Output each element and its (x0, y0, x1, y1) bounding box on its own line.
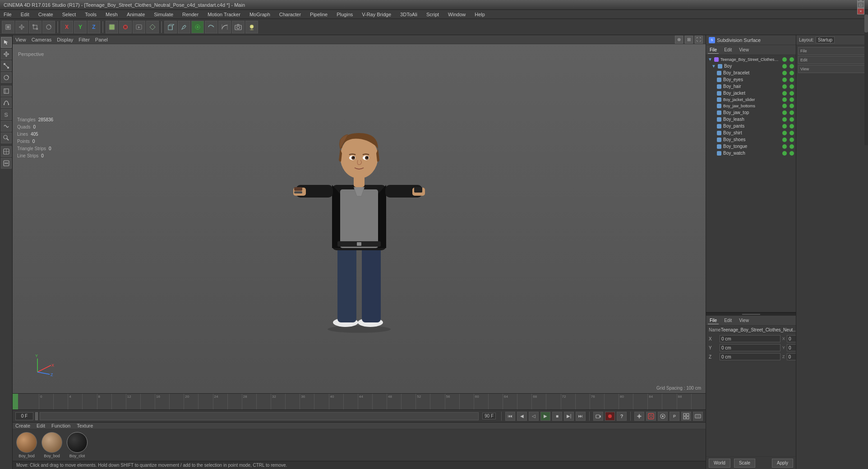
obj-tongue[interactable]: Boy_tongue (706, 143, 796, 150)
attr-z-pos[interactable] (720, 353, 780, 360)
left-smooth-btn[interactable] (1, 121, 12, 132)
om-edit-tab[interactable]: Edit (722, 46, 734, 53)
scale-button[interactable]: Scale (734, 459, 755, 468)
ctrl-p-btn[interactable]: P (669, 412, 679, 421)
prev-frame-btn[interactable]: ◀ (517, 412, 527, 421)
layout-tool-3[interactable]: View (798, 65, 866, 73)
frame-slider-handle[interactable] (35, 412, 38, 420)
menu-create[interactable]: Create (37, 11, 55, 18)
menu-3dtoali[interactable]: 3DToAli (398, 11, 419, 18)
obj-watch[interactable]: Boy_watch (706, 150, 796, 156)
menu-select[interactable]: Select (60, 11, 78, 18)
left-scale-btn[interactable] (1, 60, 12, 71)
cube-btn[interactable] (164, 21, 177, 33)
menu-vray[interactable]: V-Ray Bridge (360, 11, 393, 18)
timeline-btn[interactable] (693, 412, 703, 421)
mode-model-btn[interactable] (2, 21, 14, 33)
menu-simulate[interactable]: Simulate (152, 11, 175, 18)
go-start-btn[interactable]: ⏮ (505, 412, 515, 421)
light-btn[interactable] (245, 21, 258, 33)
om-file-tab[interactable]: File (708, 46, 719, 54)
obj-boy[interactable]: ▼ Boy (706, 63, 796, 69)
menu-window[interactable]: Window (446, 11, 467, 18)
obj-jacket[interactable]: Boy_jacket (706, 90, 796, 97)
attr-y-size[interactable] (787, 344, 796, 351)
obj-jacket-slider[interactable]: Boy_jacket_slider (706, 97, 796, 103)
mat-texture[interactable]: Texture (77, 423, 93, 428)
left-obj-btn[interactable] (1, 86, 12, 97)
frame-slider-track[interactable] (40, 412, 479, 420)
mat-function[interactable]: Function (51, 423, 70, 428)
rec-active-btn[interactable] (605, 412, 615, 421)
play-btn[interactable]: ▶ (540, 412, 550, 421)
rec-help-btn[interactable]: ? (617, 412, 627, 421)
obj-leash[interactable]: Boy_leash (706, 116, 796, 123)
obj-pants[interactable]: Boy_pants (706, 123, 796, 129)
pen-btn[interactable] (178, 21, 190, 33)
menu-pipeline[interactable]: Pipeline (308, 11, 329, 18)
material-boy-bod-2[interactable]: Boy_bod (42, 432, 62, 458)
object-tool-btn[interactable] (106, 21, 118, 33)
menu-mograph[interactable]: MoGraph (248, 11, 272, 18)
world-button[interactable]: World (709, 459, 730, 468)
obj-shirt[interactable]: Boy_shirt (706, 129, 796, 136)
vp-nav-btn[interactable]: ⊕ (675, 36, 683, 44)
menu-plugins[interactable]: Plugins (335, 11, 355, 18)
vp-fullscreen-btn[interactable]: ⛶ (695, 36, 703, 44)
obj-shoes[interactable]: Boy_shoes (706, 136, 796, 143)
scrollbar-thumb[interactable] (864, 14, 868, 32)
stage-btn[interactable] (658, 412, 668, 421)
spline-btn[interactable] (218, 21, 231, 33)
layout-tool-1[interactable]: File (798, 47, 866, 55)
attr-file-tab[interactable]: File (708, 317, 719, 324)
layout-value[interactable]: Startup (816, 37, 835, 43)
attr-y-pos[interactable] (720, 344, 780, 351)
obj-jaw-bottoms[interactable]: Boy_jaw_bottoms (706, 103, 796, 109)
layout-tool-2[interactable]: Edit (798, 56, 866, 64)
menu-file[interactable]: File (2, 11, 14, 18)
menu-animate[interactable]: Animate (125, 11, 147, 18)
om-view-tab[interactable]: View (737, 46, 751, 53)
vp-menu-filter[interactable]: Filter (78, 37, 89, 42)
menu-script[interactable]: Script (425, 11, 441, 18)
left-magnet-btn[interactable] (1, 97, 12, 108)
obj-hair[interactable]: Boy_hair (706, 83, 796, 90)
maximize-button[interactable]: □ (857, 2, 864, 8)
deform-btn[interactable] (205, 21, 217, 33)
stop-btn[interactable]: ■ (552, 412, 562, 421)
left-tex2-btn[interactable] (1, 158, 12, 169)
next-frame-btn[interactable]: ▶| (564, 412, 574, 421)
grid-btn[interactable] (681, 412, 691, 421)
right-scrollbar[interactable] (864, 10, 868, 145)
left-paint-btn[interactable] (1, 133, 12, 143)
menu-render[interactable]: Render (180, 11, 200, 18)
menu-help[interactable]: Help (473, 11, 487, 18)
anim-btn[interactable] (133, 21, 145, 33)
close-button[interactable]: × (857, 8, 864, 14)
camera-btn[interactable] (232, 21, 245, 33)
attr-x-pos[interactable] (720, 335, 780, 342)
loop-btn[interactable] (191, 21, 204, 33)
menu-edit[interactable]: Edit (19, 11, 31, 18)
obj-bracelet[interactable]: Boy_bracelet (706, 69, 796, 76)
obj-root[interactable]: ▼ Teenage_Boy_Street_Clothes_Neu... (706, 56, 796, 63)
snap-btn[interactable] (634, 412, 644, 421)
rotate-tool-btn[interactable] (42, 21, 55, 33)
axis-x-btn[interactable]: X (60, 21, 73, 33)
left-select-btn[interactable] (1, 37, 12, 48)
frame-input[interactable] (15, 412, 33, 420)
material-boy-bod-1[interactable]: Boy_bod (16, 432, 37, 458)
vp-menu-display[interactable]: Display (57, 37, 73, 42)
attr-z-size[interactable] (787, 353, 796, 360)
left-tex-btn[interactable] (1, 146, 12, 157)
viewport[interactable]: Perspective Triangles 285836 Quads 0 Lin… (13, 44, 706, 393)
menu-tools[interactable]: Tools (83, 11, 98, 18)
vp-menu-panel[interactable]: Panel (95, 37, 108, 42)
menu-character[interactable]: Character (277, 11, 303, 18)
menu-mesh[interactable]: Mesh (104, 11, 120, 18)
go-end-btn[interactable]: ⏭ (576, 412, 586, 421)
record-btn[interactable] (119, 21, 132, 33)
mat-create[interactable]: Create (15, 423, 30, 428)
vp-zoom-btn[interactable]: ⊞ (685, 36, 693, 44)
attr-edit-tab[interactable]: Edit (722, 317, 734, 324)
